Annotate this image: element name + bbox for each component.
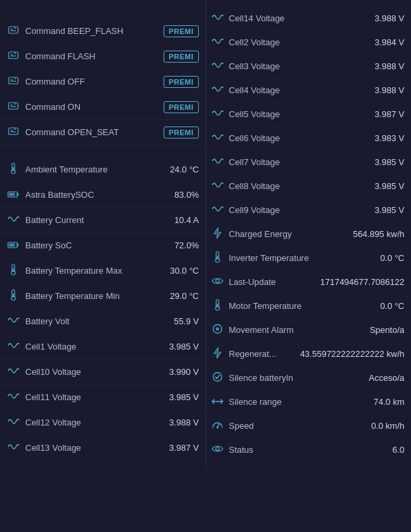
thermometer-icon: [213, 298, 222, 314]
thermometer-icon: [9, 162, 18, 177]
right-sensor-icon-wrap: [210, 61, 225, 72]
sensor-icon-wrap: [5, 189, 21, 200]
sensor-label: Cell10 Voltage: [25, 367, 159, 377]
command-icon-wrap: [5, 126, 21, 138]
section-controlli-title: [0, 7, 206, 19]
right-sensor-label: Movement Alarm: [229, 325, 358, 335]
sensor-icon-wrap: [5, 214, 21, 226]
right-sensor-icon-wrap: [210, 156, 225, 168]
sensor-icon-wrap: [5, 417, 21, 428]
right-sensor-icon-wrap: [210, 109, 225, 120]
right-sensor-row: Movement AlarmSpento/a: [206, 318, 411, 342]
sensor-value: 72.0%: [159, 240, 199, 250]
bolt-icon: [213, 347, 222, 361]
right-sensor-icon-wrap: [210, 372, 225, 384]
premi-button[interactable]: PREMI: [164, 25, 199, 37]
svg-rect-26: [9, 244, 15, 247]
right-sensor-icon-wrap: [210, 37, 225, 48]
right-sensor-value: 3.984 V: [358, 37, 404, 47]
right-sensor-label: Silence batteryIn: [229, 373, 358, 383]
right-panel: Cell14 Voltage3.988 V Cell2 Voltage3.984…: [206, 0, 411, 469]
command-label: Command ON: [25, 102, 164, 112]
command-label: Command OPEN_SEAT: [25, 127, 164, 137]
right-sensor-row: Cell2 Voltage3.984 V: [206, 31, 411, 55]
command-label: Command BEEP_FLASH: [25, 26, 164, 36]
right-sensor-value: 3.987 V: [358, 109, 404, 119]
right-sensor-row: Cell8 Voltage3.985 V: [206, 174, 411, 198]
right-sensor-label: Cell6 Voltage: [229, 133, 358, 143]
sensor-value: 3.990 V: [159, 367, 199, 377]
right-sensor-row: Cell14 Voltage3.988 V: [206, 7, 411, 31]
right-sensor-label: Status: [229, 445, 358, 455]
left-panel: Command BEEP_FLASHPREMI Command FLASHPRE…: [0, 0, 206, 469]
svg-rect-8: [9, 77, 18, 84]
wave-icon: [7, 341, 19, 352]
sensor-icon-wrap: [5, 288, 21, 304]
right-sensor-icon-wrap: [210, 298, 225, 314]
command-icon-wrap: [5, 25, 21, 37]
command-icon: [7, 25, 19, 37]
right-sensor-value: 6.0: [358, 445, 404, 455]
sensor-label: Ambient Temperature: [25, 164, 159, 174]
svg-point-42: [213, 373, 222, 382]
sensor-label: Battery Volt: [25, 316, 159, 326]
command-row: Command BEEP_FLASHPREMI: [0, 19, 206, 44]
thermometer-icon: [213, 250, 222, 266]
wave-icon: [211, 13, 223, 24]
right-sensor-label: Last-Update: [229, 277, 320, 287]
right-sensor-value: 564.895 kw/h: [353, 229, 404, 239]
sensor-label: Cell11 Voltage: [25, 392, 159, 402]
sensor-row: Battery Volt55.9 V: [0, 309, 206, 334]
sensor-row: Battery Temperature Max30.0 °C: [0, 258, 206, 284]
right-sensor-row: Motor Temperature0.0 °C: [206, 294, 411, 318]
thermometer-icon: [9, 288, 18, 304]
premi-button[interactable]: PREMI: [164, 127, 199, 138]
wave-icon: [211, 133, 223, 144]
premi-button[interactable]: PREMI: [164, 101, 199, 113]
wave-icon: [7, 392, 19, 403]
right-sensor-value: 0.0 °C: [358, 301, 404, 311]
speedometer-icon: [211, 419, 223, 432]
right-sensor-value: 1717494677.7086122: [320, 277, 404, 287]
right-sensor-label: Silence range: [229, 397, 358, 407]
sensor-label: Cell13 Voltage: [25, 443, 159, 453]
wave-icon: [7, 316, 19, 327]
right-sensor-value: 74.0 km: [358, 397, 404, 407]
command-icon: [7, 101, 19, 113]
right-sensor-icon-wrap: [210, 444, 225, 455]
right-sensor-label: Charged Energy: [229, 229, 353, 239]
sensor-label: Battery Temperature Min: [25, 291, 159, 301]
command-row: Command FLASHPREMI: [0, 44, 206, 69]
sensor-row: Battery Temperature Min29.0 °C: [0, 284, 206, 309]
sensor-icon-wrap: [5, 442, 21, 453]
right-sensor-label: Cell2 Voltage: [229, 37, 358, 47]
wave-icon: [211, 204, 223, 216]
right-sensor-row: Cell5 Voltage3.987 V: [206, 103, 411, 127]
premi-button[interactable]: PREMI: [164, 51, 199, 63]
eye-icon: [211, 276, 223, 288]
sensor-value: 24.0 °C: [159, 164, 199, 174]
right-sensor-label: Cell3 Voltage: [229, 61, 358, 71]
sensor-icon-wrap: [5, 316, 21, 327]
command-label: Command FLASH: [25, 51, 164, 61]
right-sensor-row: Cell7 Voltage3.985 V: [206, 150, 411, 174]
svg-point-36: [216, 280, 219, 283]
sensor-value: 3.985 V: [159, 342, 199, 352]
svg-rect-24: [9, 193, 15, 196]
command-icon-wrap: [5, 75, 21, 88]
right-sensor-label: Cell5 Voltage: [229, 109, 358, 119]
right-sensor-icon-wrap: [210, 133, 225, 144]
right-sensor-row: Cell9 Voltage3.985 V: [206, 198, 411, 222]
premi-button[interactable]: PREMI: [164, 76, 199, 88]
right-sensor-value: 0.0 km/h: [358, 421, 404, 431]
sensor-value: 3.987 V: [159, 443, 199, 453]
bolt-icon: [213, 227, 222, 241]
sensor-value: 3.988 V: [159, 417, 199, 427]
wave-icon: [7, 214, 19, 226]
right-sensor-icon-wrap: [210, 397, 225, 407]
right-sensor-icon-wrap: [210, 13, 225, 24]
right-sensor-icon-wrap: [210, 347, 225, 361]
sensor-label: Cell1 Voltage: [25, 342, 159, 352]
sensor-row: Cell10 Voltage3.990 V: [0, 360, 206, 385]
wave-icon: [211, 180, 223, 192]
